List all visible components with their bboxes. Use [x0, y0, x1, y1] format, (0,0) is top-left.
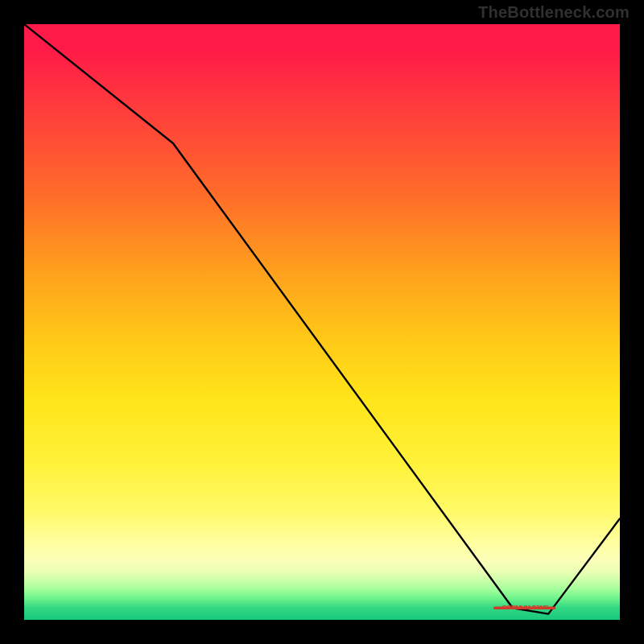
watermark-text: TheBottleneck.com	[478, 3, 630, 22]
optimum-marker-label: OPTIMUM ZONE	[502, 604, 548, 611]
bottleneck-curve	[24, 24, 620, 620]
plot-area: OPTIMUM ZONE	[24, 24, 620, 620]
chart-stage: TheBottleneck.com OPTIMUM ZONE	[0, 0, 644, 644]
